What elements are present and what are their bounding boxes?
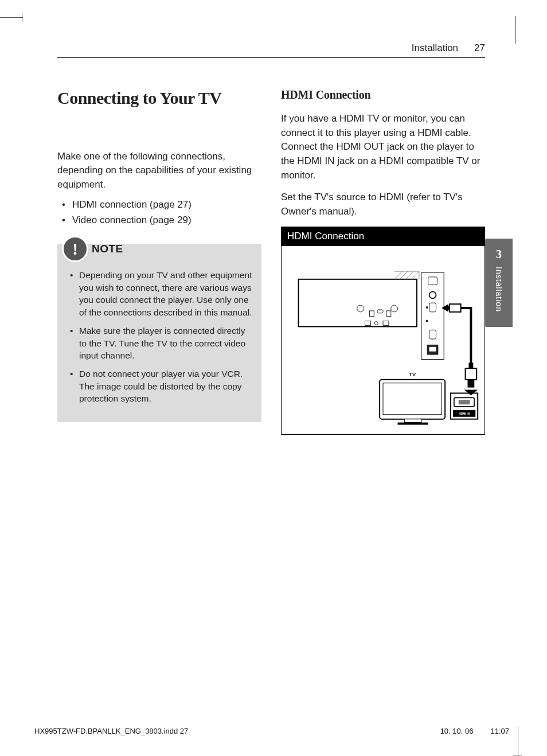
chapter-label: Installation [494,267,503,312]
header-page-number: 27 [474,42,485,54]
hdmi-in-plug-icon [464,363,478,396]
paragraph: If you have a HDMI TV or monitor, you ca… [281,112,485,182]
left-column: Connecting to Your TV Make one of the fo… [57,88,261,435]
svg-rect-0 [299,279,417,327]
diagram-title: HDMI Connection [282,227,485,246]
right-column: HDMI Connection If you have a HDMI TV or… [281,88,485,435]
svg-rect-17 [429,347,436,352]
diagram-svg: TV HDMI IN [282,246,485,434]
diagram-body: TV HDMI IN [282,246,485,434]
note-label: NOTE [92,243,123,255]
svg-rect-34 [466,369,477,380]
svg-rect-37 [468,363,473,369]
footer-time: 11:07 [490,727,509,735]
chapter-number: 3 [496,248,502,261]
list-item: Make sure the player is connected direct… [67,325,252,362]
connection-list: HDMI connection (page 27) Video connecti… [57,197,261,228]
header-section: Installation [412,42,458,54]
tv-label: TV [409,371,416,377]
note-callout: ! NOTE Depending on your TV and other eq… [57,244,261,422]
list-item: HDMI connection (page 27) [57,197,261,212]
hdmi-in-port-icon: HDMI IN [451,393,478,419]
list-item: Depending on your TV and other equipment… [67,269,252,319]
hatching-icon [394,272,419,280]
port-panel-icon [421,272,444,359]
footer-filename: HX995TZW-FD.BPANLLK_ENG_3803.indd 27 [34,727,188,735]
subheading: HDMI Connection [281,88,485,102]
note-header: ! NOTE [62,236,123,262]
paragraph: Set the TV's source to HDMI (refer to TV… [281,190,485,219]
svg-rect-32 [459,400,470,405]
list-item: Video connection (page 29) [57,213,261,228]
tv-icon: TV [380,371,445,425]
content-columns: Connecting to Your TV Make one of the fo… [57,88,485,435]
svg-point-13 [426,306,428,309]
connection-diagram: HDMI Connection [281,227,485,435]
crop-mark [493,16,516,44]
svg-rect-18 [450,305,461,313]
svg-rect-35 [468,380,475,388]
manual-page: Installation 27 3 Installation Connectin… [0,0,547,756]
crop-mark [0,17,23,40]
exclamation-icon: ! [62,236,88,262]
player-rear-icon [299,279,417,327]
hdmi-out-plug-icon [441,305,471,369]
note-list: Depending on your TV and other equipment… [67,269,252,405]
running-header: Installation 27 [57,42,485,58]
svg-point-14 [426,320,428,322]
svg-rect-29 [398,423,428,425]
intro-text: Make one of the following connections, d… [57,150,261,192]
hdmi-in-label: HDMI IN [459,412,470,415]
footer-date: 10. 10. 06 [440,727,474,735]
list-item: Do not connect your player via your VCR.… [67,368,252,405]
svg-rect-28 [404,419,421,423]
chapter-tab: 3 Installation [485,239,513,327]
print-footer: HX995TZW-FD.BPANLLK_ENG_3803.indd 27 10.… [34,727,509,735]
svg-rect-27 [383,383,441,415]
page-title: Connecting to Your TV [57,88,261,108]
